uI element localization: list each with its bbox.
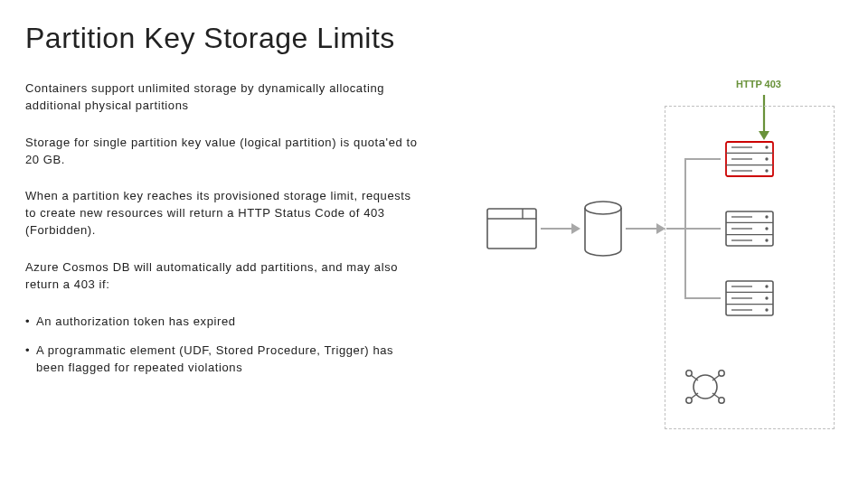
partition-server-icon [725, 211, 774, 247]
svg-point-22 [765, 215, 768, 218]
svg-point-15 [765, 169, 768, 172]
partition-server-full-icon [725, 141, 774, 177]
bullet-2: A programmatic element (UDF, Stored Proc… [25, 343, 423, 377]
svg-point-37 [693, 375, 717, 399]
svg-point-33 [765, 308, 768, 311]
body-copy: Containers support unlimited storage by … [25, 80, 423, 377]
svg-marker-6 [571, 223, 580, 234]
tee-branch-top [684, 158, 721, 160]
svg-marker-9 [656, 223, 665, 234]
change-tracker-icon [684, 369, 727, 405]
bullet-1: An authorization token has expired [25, 314, 423, 331]
svg-point-32 [765, 296, 768, 299]
paragraph-3: When a partition key reaches its provisi… [25, 188, 423, 239]
diagram-area: HTTP 403 [479, 81, 850, 434]
svg-rect-2 [487, 209, 536, 249]
svg-point-14 [765, 157, 768, 160]
arrow-db-partitions-icon [626, 221, 667, 236]
arrow-client-db-icon [541, 221, 582, 236]
tracker-overlay-box [533, 331, 613, 381]
svg-point-24 [765, 239, 768, 241]
client-window-icon [486, 208, 537, 249]
paragraph-2: Storage for single partition key value (… [25, 135, 423, 169]
database-icon [583, 201, 623, 257]
partition-server-icon [725, 280, 774, 316]
paragraph-1: Containers support unlimited storage by … [25, 80, 423, 115]
http-403-label: HTTP 403 [736, 79, 781, 89]
paragraph-4: Azure Cosmos DB will automatically add p… [25, 259, 423, 294]
tee-branch-bot [684, 297, 721, 299]
svg-point-23 [765, 227, 768, 230]
svg-point-7 [585, 202, 621, 214]
tee-branch-mid [666, 228, 721, 230]
svg-point-13 [765, 145, 768, 148]
slide-title: Partition Key Storage Limits [25, 22, 843, 55]
svg-point-31 [765, 285, 768, 287]
